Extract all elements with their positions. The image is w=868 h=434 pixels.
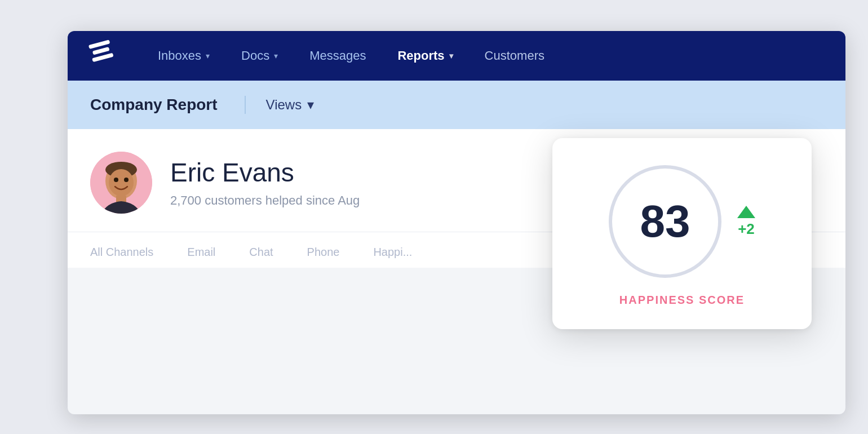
avatar: [90, 152, 152, 214]
sub-header: Company Report Views ▾: [68, 81, 845, 129]
nav-item-docs[interactable]: Docs ▾: [225, 44, 294, 68]
score-row: 83 +2: [609, 165, 755, 278]
chevron-down-icon: ▾: [449, 51, 453, 60]
tab-chat[interactable]: Chat: [249, 246, 273, 268]
chevron-down-icon: ▾: [274, 51, 278, 60]
nav-item-customers[interactable]: Customers: [469, 44, 560, 68]
nav-items: Inboxes ▾ Docs ▾ Messages Reports ▾ Cust…: [142, 44, 823, 68]
svg-point-3: [109, 169, 134, 196]
tab-all-channels[interactable]: All Channels: [90, 246, 153, 268]
agent-subtitle: 2,700 customers helped since Aug: [170, 193, 360, 208]
nav-item-inboxes[interactable]: Inboxes ▾: [142, 44, 225, 68]
score-circle: 83: [609, 165, 721, 278]
nav-item-reports[interactable]: Reports ▾: [382, 44, 468, 68]
chevron-down-icon: ▾: [206, 51, 210, 60]
views-dropdown[interactable]: Views ▾: [266, 97, 315, 113]
happiness-score-card: 83 +2 HAPPINESS SCORE: [552, 138, 812, 329]
chevron-down-icon: ▾: [307, 97, 314, 113]
nav-item-messages[interactable]: Messages: [294, 44, 382, 68]
agent-name: Eric Evans: [170, 157, 360, 188]
score-change: +2: [737, 206, 755, 238]
happiness-label: HAPPINESS SCORE: [619, 294, 745, 307]
top-nav: Inboxes ▾ Docs ▾ Messages Reports ▾ Cust…: [68, 31, 845, 81]
app-logo[interactable]: [90, 41, 119, 70]
tab-email[interactable]: Email: [187, 246, 215, 268]
tab-phone[interactable]: Phone: [307, 246, 340, 268]
score-delta: +2: [738, 220, 755, 238]
svg-point-4: [114, 178, 118, 182]
page-title: Company Report: [90, 96, 246, 114]
up-arrow-icon: [737, 206, 755, 218]
app-window: Inboxes ▾ Docs ▾ Messages Reports ▾ Cust…: [68, 31, 845, 414]
score-value: 83: [640, 199, 690, 244]
avatar-image: [90, 152, 152, 214]
svg-point-5: [124, 178, 129, 182]
agent-info: Eric Evans 2,700 customers helped since …: [170, 157, 360, 208]
tab-happiness[interactable]: Happi...: [373, 246, 412, 268]
